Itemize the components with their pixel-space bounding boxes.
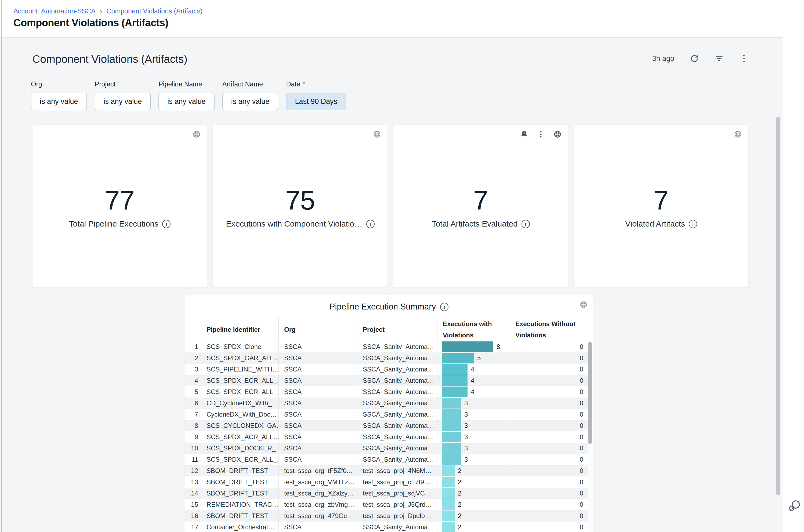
- row-index: 4: [185, 375, 201, 386]
- row-index: 14: [185, 488, 201, 499]
- table-row[interactable]: 4 SCS_SPDX_ECR_ALL_… SSCA SSCA_Sanity_Au…: [185, 375, 587, 386]
- dashboard-actions: 3h ago: [652, 54, 748, 63]
- globe-icon[interactable]: [580, 301, 587, 309]
- cell-org: SSCA: [279, 386, 357, 398]
- globe-icon[interactable]: [554, 130, 562, 138]
- table-row[interactable]: 11 SCS_SPDX_ECR_ALL_… SSCA SSCA_Sanity_A…: [185, 454, 587, 465]
- row-index: 13: [185, 476, 201, 488]
- cell-project: test_ssca_proj_J5Qrd…: [357, 499, 437, 510]
- cell-pipeline-identifier: SCS_SPDX_ACR_ALL…: [201, 431, 279, 443]
- column-header-org[interactable]: Org: [279, 318, 357, 341]
- violations-bar-value: 4: [471, 377, 474, 384]
- filter-value-button[interactable]: is any value: [158, 93, 214, 110]
- info-icon[interactable]: i: [689, 220, 697, 228]
- cell-org: SSCA: [279, 341, 357, 353]
- kpi-value: 75: [213, 185, 388, 216]
- table-row[interactable]: 14 SBOM_DRIFT_TEST test_ssca_org_XZalzy……: [185, 488, 587, 499]
- table-row[interactable]: 16 SBOM_DRIFT_TEST test_ssca_org_479Gc… …: [185, 510, 587, 521]
- info-icon[interactable]: i: [366, 220, 375, 228]
- table-row[interactable]: 2 SCS_SPDX_GAR_ALL… SSCA SSCA_Sanity_Aut…: [185, 353, 587, 364]
- cell-executions-without-violations: 0: [510, 353, 587, 364]
- table-row[interactable]: 1 SCS_SPDX_Clone SSCA SSCA_Sanity_Automa…: [185, 341, 587, 353]
- table-row[interactable]: 3 SCS_PIPELINE_WITH… SSCA SSCA_Sanity_Au…: [185, 364, 587, 375]
- cell-executions-with-violations: 2: [437, 465, 510, 476]
- cell-pipeline-identifier: SCS_PIPELINE_WITH…: [201, 364, 279, 375]
- cell-pipeline-identifier: SCS_SPDX_ECR_ALL_…: [201, 386, 279, 398]
- kebab-menu-icon[interactable]: [739, 54, 748, 63]
- last-refreshed-label: 3h ago: [652, 55, 674, 63]
- row-index: 9: [185, 431, 201, 443]
- bell-plus-icon[interactable]: [520, 130, 528, 138]
- cell-org: SSCA: [279, 521, 357, 532]
- kpi-label: Violated Artifacts: [625, 219, 685, 228]
- violations-bar: [442, 386, 468, 397]
- row-index: 10: [185, 443, 201, 454]
- violations-bar-value: 2: [458, 524, 461, 531]
- page-title: Component Violations (Artifacts): [14, 17, 168, 29]
- cell-pipeline-identifier: CycloneDX_With_Doc…: [201, 409, 279, 420]
- table-row[interactable]: 17 Container_Orchestrat… SSCA SSCA_Sanit…: [185, 521, 587, 532]
- table-scrollbar[interactable]: [587, 341, 592, 532]
- violations-bar-value: 4: [471, 366, 474, 373]
- row-index: 12: [185, 465, 201, 476]
- row-index: 11: [185, 454, 201, 465]
- cell-executions-with-violations: 4: [437, 364, 510, 375]
- violations-bar: [442, 488, 455, 499]
- violations-bar: [442, 375, 468, 386]
- cell-pipeline-identifier: SCS_SPDX_ECR_ALL_…: [201, 454, 279, 465]
- breadcrumb-account-link[interactable]: Account: Automation-SSCA: [14, 7, 96, 15]
- cell-project: SSCA_Sanity_Automa…: [357, 443, 437, 454]
- filter-label: Org: [31, 80, 87, 88]
- chat-help-icon[interactable]: [787, 499, 801, 513]
- cell-org: SSCA: [279, 375, 357, 386]
- cell-project: SSCA_Sanity_Automa…: [357, 431, 437, 443]
- table-row[interactable]: 5 SCS_SPDX_ECR_ALL_… SSCA SSCA_Sanity_Au…: [185, 386, 587, 398]
- table-row[interactable]: 6 CD_CycloneDX_With_… SSCA SSCA_Sanity_A…: [185, 398, 587, 409]
- table-row[interactable]: 7 CycloneDX_With_Doc… SSCA SSCA_Sanity_A…: [185, 409, 587, 420]
- cell-project: SSCA_Sanity_Automa…: [357, 364, 437, 375]
- filter-icon[interactable]: [715, 54, 724, 63]
- filter-label: Pipeline Name: [158, 80, 214, 88]
- page-scrollbar-thumb[interactable]: [776, 117, 780, 495]
- violations-bar: [442, 398, 461, 408]
- cell-project: SSCA_Sanity_Automa…: [357, 454, 437, 465]
- info-icon[interactable]: i: [522, 220, 530, 228]
- globe-icon[interactable]: [192, 130, 201, 138]
- table-row[interactable]: 8 SCS_CYCLONEDX_GA… SSCA SSCA_Sanity_Aut…: [185, 420, 587, 431]
- kebab-menu-icon[interactable]: [537, 130, 545, 138]
- info-icon[interactable]: i: [162, 220, 170, 228]
- cell-executions-with-violations: 3: [437, 409, 510, 420]
- table-row[interactable]: 12 SBOM_DRIFT_TEST test_ssca_org_tF5Zf0……: [185, 465, 587, 476]
- cell-project: test_ssca_proj_4N6M…: [357, 465, 437, 476]
- cell-pipeline-identifier: SBOM_DRIFT_TEST: [201, 465, 279, 476]
- row-index: 17: [185, 521, 201, 532]
- table-title-row: Pipeline Execution Summary i: [185, 295, 594, 318]
- cell-project: SSCA_Sanity_Automa…: [357, 375, 437, 386]
- breadcrumb-page-link[interactable]: Component Violations (Artifacts): [106, 7, 203, 15]
- cell-executions-without-violations: 0: [510, 375, 587, 386]
- table-row[interactable]: 15 REMEDIATION_TRAC… test_ssca_org_zbVmg…: [185, 499, 587, 510]
- filter-value-button[interactable]: is any value: [222, 93, 279, 110]
- violations-bar: [442, 353, 474, 363]
- refresh-icon[interactable]: [690, 54, 699, 63]
- page-scrollbar[interactable]: [776, 115, 780, 532]
- cell-executions-with-violations: 4: [437, 375, 510, 386]
- column-header-with-violations[interactable]: Executions with Violations: [437, 318, 510, 341]
- table-row[interactable]: 10 SCS_SPDX_DOCKER_… SSCA SSCA_Sanity_Au…: [185, 443, 587, 454]
- table-row[interactable]: 9 SCS_SPDX_ACR_ALL… SSCA SSCA_Sanity_Aut…: [185, 431, 587, 443]
- table-scrollbar-thumb[interactable]: [588, 342, 592, 444]
- violations-bar: [442, 466, 455, 476]
- cell-project: test_ssca_proj_Dpdlb…: [357, 510, 437, 521]
- globe-icon[interactable]: [734, 130, 742, 138]
- column-header-project[interactable]: Project: [357, 318, 437, 341]
- column-header-pipeline[interactable]: Pipeline Identifier: [201, 318, 279, 341]
- filter-value-button[interactable]: is any value: [31, 93, 87, 110]
- column-header-without-violations[interactable]: Executions Without Violations: [510, 318, 587, 341]
- globe-icon[interactable]: [373, 130, 381, 138]
- filter-value-button[interactable]: is any value: [95, 93, 151, 110]
- table-row[interactable]: 13 SBOM_DRIFT_TEST test_ssca_org_VMTLz… …: [185, 476, 587, 488]
- info-icon[interactable]: i: [440, 303, 448, 311]
- filter-value-button[interactable]: Last 90 Days: [286, 93, 346, 110]
- row-index: 15: [185, 499, 201, 510]
- cell-org: SSCA: [279, 420, 357, 431]
